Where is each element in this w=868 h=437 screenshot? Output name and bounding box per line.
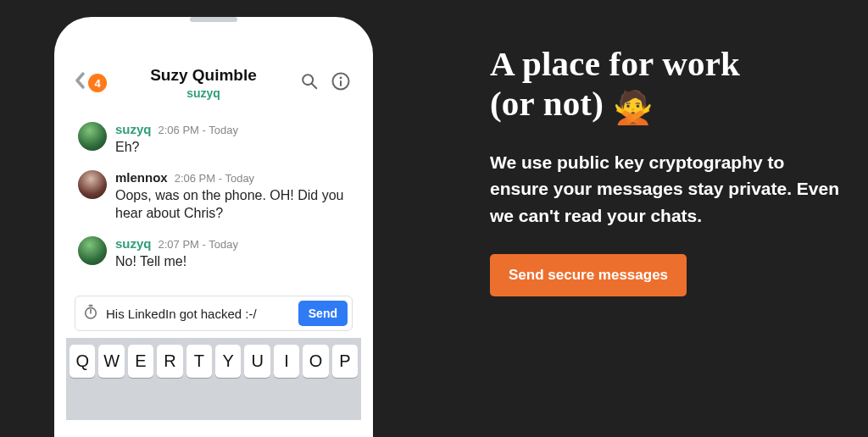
unread-badge: 4 <box>88 74 107 92</box>
headline-line-1: A place for work <box>490 44 740 83</box>
avatar[interactable] <box>78 170 107 199</box>
message-text: Eh? <box>115 138 349 157</box>
message-item: suzyq 2:07 PM - Today No! Tell me! <box>78 236 349 271</box>
phone-notch <box>142 29 286 49</box>
phone-speaker <box>190 17 237 22</box>
chat-title-block[interactable]: Suzy Quimble suzyq <box>107 66 300 100</box>
marketing-copy: A place for work (or not) 🙅 We use publi… <box>490 44 846 296</box>
headline: A place for work (or not) 🙅 <box>490 44 846 127</box>
key-u[interactable]: U <box>244 345 270 378</box>
message-text: Oops, was on the phone. OH! Did you hear… <box>115 186 349 223</box>
message-item: suzyq 2:06 PM - Today Eh? <box>78 122 349 157</box>
svg-point-3 <box>340 77 342 80</box>
avatar[interactable] <box>78 122 107 151</box>
back-button[interactable]: 4 <box>73 71 107 95</box>
message-time: 2:07 PM - Today <box>159 238 238 251</box>
key-y[interactable]: Y <box>215 345 241 378</box>
message-item: mlennox 2:06 PM - Today Oops, was on the… <box>78 170 349 223</box>
key-p[interactable]: P <box>332 345 358 378</box>
key-t[interactable]: T <box>186 345 212 378</box>
message-text: No! Tell me! <box>115 252 349 271</box>
message-user[interactable]: suzyq <box>115 236 152 251</box>
message-user[interactable]: mlennox <box>115 170 168 185</box>
key-i[interactable]: I <box>274 345 299 378</box>
phone-mock: 4 Suzy Quimble suzyq <box>54 17 373 437</box>
chevron-left-icon <box>73 71 86 95</box>
message-input[interactable]: His LinkedIn got hacked :-/ <box>106 307 292 321</box>
info-icon[interactable] <box>331 71 351 95</box>
svg-rect-4 <box>340 80 342 86</box>
key-o[interactable]: O <box>303 345 328 378</box>
chat-contact-handle: suzyq <box>107 86 300 100</box>
svg-line-1 <box>312 84 317 89</box>
search-icon[interactable] <box>300 72 319 94</box>
message-user[interactable]: suzyq <box>115 122 152 136</box>
chat-screen: 4 Suzy Quimble suzyq <box>66 29 361 437</box>
svg-rect-7 <box>89 305 93 307</box>
avatar[interactable] <box>78 236 107 265</box>
header-actions <box>300 71 351 95</box>
compose-row: His LinkedIn got hacked :-/ Send <box>75 296 353 331</box>
key-r[interactable]: R <box>157 345 182 378</box>
no-gesture-emoji: 🙅 <box>613 90 653 125</box>
keyboard-row: Q W E R T Y U I O P <box>66 338 361 420</box>
headline-line-2: (or not) <box>490 84 604 123</box>
chat-contact-name: Suzy Quimble <box>107 66 300 85</box>
key-q[interactable]: Q <box>70 345 95 378</box>
key-e[interactable]: E <box>128 345 153 378</box>
message-time: 2:06 PM - Today <box>175 172 254 185</box>
message-time: 2:06 PM - Today <box>159 124 238 136</box>
phone-screen-frame: 4 Suzy Quimble suzyq <box>66 29 361 437</box>
key-w[interactable]: W <box>98 345 124 378</box>
subheadline: We use public key cryptography to ensure… <box>490 149 846 230</box>
cta-button[interactable]: Send secure messages <box>490 254 687 296</box>
message-list[interactable]: suzyq 2:06 PM - Today Eh? mlennox 2:06 P… <box>66 108 361 292</box>
timer-icon[interactable] <box>82 303 99 324</box>
send-button[interactable]: Send <box>298 301 348 326</box>
